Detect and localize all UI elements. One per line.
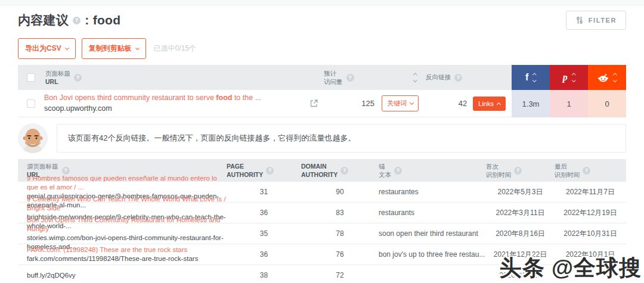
source-title-link[interactable]: FARK.com: (11998248) These are the true … [27,245,198,254]
da-value: 78 [301,229,379,238]
first-seen-date: 2022年5月3日 [486,187,555,197]
pinterest-icon: p [563,72,568,83]
advisor-avatar [18,123,48,153]
column-est-visits: 预计 访问量 [324,69,343,86]
source-url: buff.ly/2qDQ6vy [27,271,76,280]
advisor-message: 该页面有42个反向链接。一般情况下，页面的反向链接越多，它得到的流量也越多。 [57,124,626,153]
backlinks-info-icon[interactable] [454,74,462,82]
last-seen-date: 2022年11月7日 [555,187,626,197]
external-link-icon[interactable] [310,99,318,107]
column-pinterest[interactable]: p [550,65,588,90]
reddit-icon [597,73,609,82]
advisor-face-image [18,123,48,153]
column-anchor-text: 锚 文本 [379,162,391,179]
da-value: 83 [301,209,379,217]
filter-button-label: FILTER [589,17,617,24]
page-title-link[interactable]: Bon Jovi opens third community restauran… [44,93,304,104]
da-value: 90 [301,188,379,196]
sliders-icon [575,16,584,24]
sort-carets[interactable] [572,74,575,81]
page-authority-info-icon[interactable] [266,167,274,175]
column-page-title-url: 页面标题 URL [45,69,70,86]
column-last-seen: 最后 识别时间 [555,162,580,179]
column-reddit[interactable] [588,65,626,90]
keywords-button[interactable]: 关键词 [382,95,419,111]
sort-carets[interactable] [614,74,617,81]
da-value: 72 [301,271,379,279]
pa-value: 36 [227,250,301,259]
links-button[interactable]: Links [473,97,506,111]
last-seen-info-icon[interactable] [583,167,590,175]
suggestion-table: 页面标题 URL 预计 访问量 反向链接 f [18,65,626,117]
backlink-row: Bon Jovi Opens Third Community Restauran… [18,223,626,244]
chevron-up-icon [497,102,501,106]
page-query-text: : food [85,13,120,27]
filter-button[interactable]: FILTER [566,11,626,30]
first-seen-date: 2022年3月11日 [486,208,555,218]
pinterest-count-cell: 1 [550,90,588,117]
anchor-text: restaurantes [379,188,486,196]
first-seen-info-icon[interactable] [514,167,522,175]
suggestion-row: Bon Jovi opens third community restauran… [18,90,626,117]
top-strip [0,0,644,6]
page-title-info-icon[interactable] [74,74,82,82]
anchor-text: restaurants [379,209,486,217]
row-checkbox[interactable] [27,99,35,108]
sort-carets[interactable] [533,74,536,81]
page-title-text: 内容建议 [18,12,69,29]
column-facebook[interactable]: f [512,65,550,90]
chevron-down-icon [410,101,414,105]
select-all-checkbox[interactable] [27,73,35,82]
source-title-link[interactable]: Bon Jovi Opens Third Community Restauran… [27,216,227,234]
title-bar: 内容建议 : food FILTER [18,11,626,30]
reddit-count-cell: 0 [588,90,626,117]
source-url: fark.com/comments/11998248/These-are-tru… [27,254,198,263]
backlinks-value: 42 [459,99,467,108]
page-domain: scoop.upworthy.com [44,104,304,114]
first-seen-date: 2020年8月16日 [486,229,555,239]
source-title-link[interactable]: 9 Hombres famosos que pueden enseñarle a… [27,174,227,192]
facebook-icon: f [525,72,528,83]
toolbar: 导出为CSV 复制到剪贴板 已选中0/15个 [18,39,626,58]
anchor-info-icon[interactable] [394,167,402,175]
pa-value: 35 [227,229,301,238]
keywords-button-label: 关键词 [387,99,407,108]
source-title-link[interactable]: 9 Celebrity Men Who Can Teach The Whole … [27,195,227,213]
facebook-count-cell: 1.3m [512,90,550,117]
last-seen-date: 2022年12月19日 [555,208,626,218]
pa-value: 31 [227,188,301,196]
pa-value: 38 [227,271,301,279]
da-value: 76 [301,250,379,259]
copy-clipboard-button[interactable]: 复制到剪贴板 [82,38,146,59]
anchor-text: soon open their third restaurant [379,229,486,238]
suggestion-table-header: 页面标题 URL 预计 访问量 反向链接 f [18,65,626,90]
anchor-text: bon jov's up to three free restau... [379,250,486,259]
sort-carets[interactable] [414,74,417,81]
export-csv-button[interactable]: 导出为CSV [18,38,76,59]
chevron-down-icon [135,46,140,50]
source-info-icon[interactable] [62,167,70,175]
column-first-seen: 首次 识别时间 [486,162,511,179]
est-visits-info-icon[interactable] [346,74,354,82]
column-backlinks: 反向链接 [426,73,451,82]
page-title: 内容建议 : food [18,12,120,29]
watermark: 头条 @全球搜 [500,253,642,283]
chevron-down-icon [65,46,69,50]
selected-count: 已选中0/15个 [154,43,196,54]
column-page-authority: PAGE AUTHORITY [227,162,263,179]
export-csv-label: 导出为CSV [25,43,61,54]
column-domain-authority: DOMAIN AUTHORITY [301,162,338,179]
pa-value: 36 [227,209,301,217]
est-visits-value: 125 [361,99,374,108]
copy-clipboard-label: 复制到剪贴板 [89,43,132,54]
title-info-icon[interactable] [73,17,80,24]
links-button-label: Links [478,100,494,107]
last-seen-date: 2022年10月31日 [555,229,626,239]
advisor-row: 该页面有42个反向链接。一般情况下，页面的反向链接越多，它得到的流量也越多。 [18,123,626,153]
domain-authority-info-icon[interactable] [340,167,348,175]
